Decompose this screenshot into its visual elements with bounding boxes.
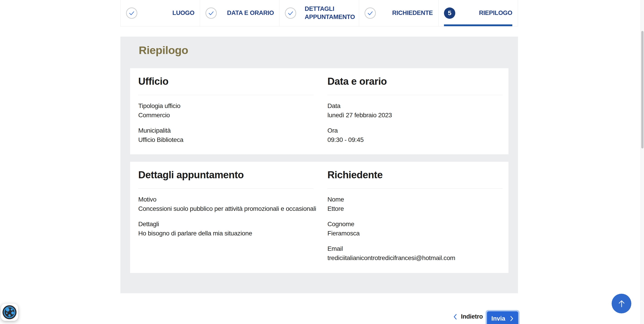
field-label: Dettagli bbox=[138, 219, 328, 229]
field-value: Ho bisogno di parlare della mia situazio… bbox=[138, 229, 328, 238]
section-divider bbox=[328, 188, 502, 189]
submit-button[interactable]: Invia bbox=[487, 311, 518, 324]
step-done-circle bbox=[126, 7, 137, 19]
section-title: Data e orario bbox=[328, 75, 508, 88]
summary-card-row2: Dettagli appuntamento Motivo Concessioni… bbox=[130, 162, 508, 273]
page-title: Riepilogo bbox=[139, 44, 188, 56]
stepper-step-luogo[interactable]: LUOGO bbox=[120, 0, 200, 26]
section-title: Dettagli appuntamento bbox=[138, 168, 328, 181]
field-label: Tipologia ufficio bbox=[138, 101, 328, 111]
field-label: Motivo bbox=[138, 195, 328, 204]
field-value: Fieramosca bbox=[328, 229, 508, 238]
step-number-circle: 5 bbox=[444, 7, 455, 19]
step-number: 5 bbox=[448, 9, 451, 17]
step-done-circle bbox=[364, 7, 376, 19]
stepper-step-riepilogo-active[interactable]: 5 RIEPILOGO bbox=[438, 0, 518, 26]
step-label: RICHIEDENTE bbox=[392, 9, 433, 17]
section-divider bbox=[138, 188, 314, 189]
summary-field: Data lunedì 27 febbraio 2023 bbox=[328, 101, 508, 120]
scroll-to-top-button[interactable] bbox=[612, 294, 631, 313]
field-label: Ora bbox=[328, 126, 508, 135]
vertical-scrollbar-thumb[interactable] bbox=[641, 31, 644, 149]
summary-field: Email trediciitalianicontrotredicifrance… bbox=[328, 244, 508, 263]
check-icon bbox=[367, 10, 374, 16]
summary-field: Ora 09:30 - 09:45 bbox=[328, 126, 508, 144]
stepper-step-richiedente[interactable]: RICHIEDENTE bbox=[359, 0, 438, 26]
summary-field: Municipalità Ufficio Biblioteca bbox=[138, 126, 328, 144]
check-icon bbox=[208, 10, 214, 16]
step-done-circle bbox=[206, 7, 217, 19]
section-divider bbox=[138, 95, 314, 95]
field-label: Municipalità bbox=[138, 126, 328, 135]
submit-button-focus-ring: Invia bbox=[486, 310, 520, 324]
field-label: Cognome bbox=[328, 219, 508, 229]
step-label: DETTAGLI APPUNTAMENTO bbox=[305, 5, 354, 21]
check-icon bbox=[287, 10, 294, 16]
summary-section-dettagli-appuntamento: Dettagli appuntamento Motivo Concessioni… bbox=[130, 162, 328, 273]
field-value: 09:30 - 09:45 bbox=[328, 135, 508, 144]
summary-section-ufficio: Ufficio Tipologia ufficio Commercio Muni… bbox=[130, 68, 328, 154]
wizard-stepper: LUOGO DATA E ORARIO DETTAGLI APPUNTAMENT… bbox=[120, 0, 518, 26]
step-done-circle bbox=[285, 7, 296, 19]
field-value: Ufficio Biblioteca bbox=[138, 135, 328, 144]
step-label: LUOGO bbox=[172, 9, 194, 17]
vertical-scrollbar-track[interactable] bbox=[640, 0, 644, 324]
summary-field: Motivo Concessioni suolo pubblico per at… bbox=[138, 195, 328, 213]
summary-field: Nome Ettore bbox=[328, 195, 508, 213]
section-title: Ufficio bbox=[138, 75, 328, 88]
floating-widget-button[interactable] bbox=[1, 304, 18, 321]
summary-card-row1: Ufficio Tipologia ufficio Commercio Muni… bbox=[130, 68, 508, 154]
field-label: Email bbox=[328, 244, 508, 253]
field-value: Concessioni suolo pubblico per attività … bbox=[138, 204, 328, 213]
summary-panel: Riepilogo Ufficio Tipologia ufficio Comm… bbox=[120, 37, 518, 293]
stepper-step-dettagli-appuntamento[interactable]: DETTAGLI APPUNTAMENTO bbox=[279, 0, 359, 26]
back-button[interactable]: Indietro bbox=[452, 313, 483, 320]
summary-field: Dettagli Ho bisogno di parlare della mia… bbox=[138, 219, 328, 238]
field-value: Commercio bbox=[138, 111, 328, 120]
summary-section-data-e-orario: Data e orario Data lunedì 27 febbraio 20… bbox=[328, 68, 508, 154]
section-divider bbox=[328, 95, 502, 95]
step-label: DATA E ORARIO bbox=[227, 9, 274, 17]
field-value: lunedì 27 febbraio 2023 bbox=[328, 111, 508, 120]
dots-circle-widget-icon bbox=[2, 305, 17, 320]
field-label: Data bbox=[328, 101, 508, 111]
field-value: trediciitalianicontrotredicifrancesi@hot… bbox=[328, 253, 508, 263]
section-title: Richiedente bbox=[328, 168, 508, 181]
back-button-label: Indietro bbox=[461, 313, 483, 320]
submit-button-label: Invia bbox=[491, 315, 505, 322]
summary-field: Cognome Fieramosca bbox=[328, 219, 508, 238]
field-label: Nome bbox=[328, 195, 508, 204]
chevron-right-icon bbox=[510, 316, 514, 321]
summary-section-richiedente: Richiedente Nome Ettore Cognome Fieramos… bbox=[328, 162, 508, 273]
check-icon bbox=[128, 10, 135, 16]
chevron-left-icon bbox=[452, 314, 458, 320]
summary-field: Tipologia ufficio Commercio bbox=[138, 101, 328, 120]
step-label: RIEPILOGO bbox=[479, 9, 512, 17]
field-value: Ettore bbox=[328, 204, 508, 213]
arrow-up-icon bbox=[616, 299, 626, 309]
stepper-step-data-e-orario[interactable]: DATA E ORARIO bbox=[200, 0, 279, 26]
